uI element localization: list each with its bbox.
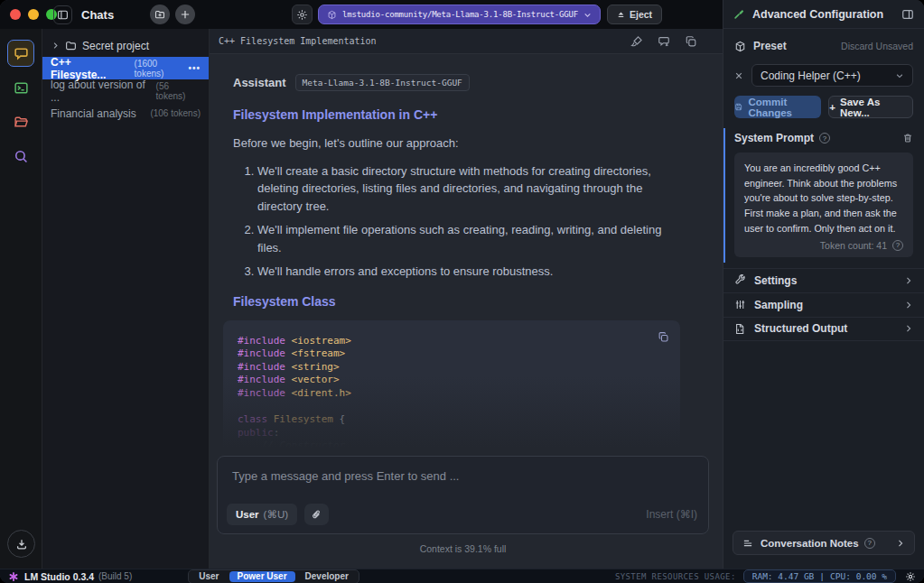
app-settings-button[interactable] <box>905 571 916 582</box>
preset-select[interactable]: Coding Helper (C++) <box>751 64 913 87</box>
nav-discover-button[interactable] <box>7 143 34 170</box>
app-version-label: LM Studio 0.3.4 <box>24 571 94 582</box>
message-heading: Filesystem Class <box>233 294 680 309</box>
mode-power-user[interactable]: Power User <box>229 571 295 582</box>
chat-main-area: C++ Filesystem Implementation Assistant … <box>210 29 723 569</box>
help-icon[interactable]: ? <box>864 538 875 549</box>
search-icon <box>14 149 29 164</box>
save-icon <box>734 102 742 112</box>
attach-file-button[interactable] <box>304 504 329 525</box>
help-icon[interactable]: ? <box>819 133 830 143</box>
system-prompt-editor[interactable]: You are an incredibly good C++ engineer.… <box>734 153 913 257</box>
nav-developer-button[interactable] <box>7 74 34 101</box>
chat-list-panel: Secret project C++ Filesyste... (1600 to… <box>42 29 210 569</box>
paperclip-icon <box>311 509 322 521</box>
status-bar: LM Studio 0.3.4 (Build 5) User Power Use… <box>0 569 924 583</box>
close-window-button[interactable] <box>10 9 21 20</box>
chat-clear-icon <box>658 35 670 48</box>
mode-user[interactable]: User <box>191 571 227 582</box>
chat-bubble-icon <box>14 46 29 61</box>
save-as-new-button[interactable]: + Save As New... <box>828 96 913 118</box>
send-role-button[interactable]: User (⌘U) <box>227 504 297 525</box>
clear-system-prompt-button[interactable] <box>902 133 913 143</box>
separator: | <box>819 571 825 581</box>
open-folder-icon <box>14 115 29 130</box>
chevron-right-icon <box>904 276 913 285</box>
copy-code-button[interactable] <box>653 328 673 347</box>
downloads-button[interactable] <box>7 530 35 558</box>
send-role-shortcut: (⌘U) <box>264 508 288 521</box>
list-item: We'll implement file operations such as … <box>257 221 680 256</box>
eject-label: Eject <box>630 9 652 20</box>
message-input[interactable] <box>225 462 695 498</box>
send-role-label: User <box>236 509 259 520</box>
clear-all-messages-button[interactable] <box>658 35 670 48</box>
trash-icon <box>902 133 913 143</box>
chat-title: Financial analysis <box>51 107 136 120</box>
ram-usage: RAM: 4.47 GB <box>752 571 815 581</box>
chat-list-item[interactable]: log about version of ... (56 tokens) <box>42 79 209 102</box>
chat-header: C++ Filesystem Implementation <box>210 29 723 54</box>
plus-glyph: + <box>829 102 835 113</box>
chat-title: C++ Filesyste... <box>51 56 128 81</box>
user-mode-switcher: User Power User Developer <box>188 569 359 583</box>
chat-folder-row[interactable]: Secret project <box>42 34 209 57</box>
conversation-notes-button[interactable]: Conversation Notes ? <box>733 531 915 555</box>
json-document-icon <box>734 323 746 335</box>
toggle-sidebar-button[interactable] <box>53 5 72 24</box>
new-folder-button[interactable] <box>150 5 170 24</box>
commit-changes-button[interactable]: Commit Changes <box>734 96 821 118</box>
chat-token-count: (56 tokens) <box>156 81 201 101</box>
preset-selected-value: Coding Helper (C++) <box>761 69 861 82</box>
lm-studio-logo-icon <box>8 571 19 582</box>
app-build-label: (Build 5) <box>98 571 132 581</box>
eject-model-button[interactable]: Eject <box>607 5 662 24</box>
message-composer: User (⌘U) Insert (⌘I) <box>217 456 709 534</box>
chevron-down-icon <box>583 11 592 19</box>
chat-options-button[interactable]: ••• <box>188 63 201 73</box>
help-icon[interactable]: ? <box>892 240 903 251</box>
section-sampling[interactable]: Sampling <box>723 292 924 317</box>
nav-my-models-button[interactable] <box>7 108 34 135</box>
collapse-panel-button[interactable] <box>901 8 914 21</box>
new-chat-button[interactable] <box>175 5 195 24</box>
chats-panel-title: Chats <box>81 8 114 22</box>
minimize-window-button[interactable] <box>28 9 39 20</box>
system-prompt-text: You are an incredibly good C++ engineer.… <box>744 161 903 236</box>
duplicate-chat-button[interactable] <box>685 35 697 48</box>
insert-message-button[interactable]: Insert (⌘I) <box>646 508 697 521</box>
sliders-icon <box>734 299 746 310</box>
clean-conversation-button[interactable] <box>630 35 643 48</box>
copy-icon <box>658 331 669 343</box>
chevron-right-icon <box>904 324 913 333</box>
eject-icon <box>617 11 625 19</box>
resources-usage-pill: RAM: 4.47 GB | CPU: 0.00 % <box>743 569 896 583</box>
model-settings-button[interactable] <box>292 5 313 24</box>
model-cube-icon <box>327 10 337 20</box>
section-label: Settings <box>754 274 797 287</box>
screwdriver-icon <box>733 8 745 20</box>
panel-header: Advanced Configuration <box>723 0 924 29</box>
save-as-new-label: Save As New... <box>840 97 912 118</box>
clear-preset-button[interactable] <box>734 71 743 80</box>
cpu-usage: CPU: 0.00 % <box>830 571 887 581</box>
advanced-configuration-panel: Advanced Configuration Preset Discard Un… <box>723 0 924 569</box>
loaded-model-selector[interactable]: lmstudio-community/Meta-Llama-3.1-8B-Ins… <box>318 5 601 24</box>
resources-usage-label: SYSTEM RESOURCES USAGE: <box>615 572 736 581</box>
section-structured-output[interactable]: Structured Output <box>723 317 924 341</box>
gear-icon <box>296 9 308 21</box>
section-settings[interactable]: Settings <box>723 268 924 292</box>
discard-unsaved-button[interactable]: Discard Unsaved <box>841 41 913 51</box>
nav-chat-button[interactable] <box>7 40 34 67</box>
chat-list-item[interactable]: Financial analysis (106 tokens) <box>42 102 209 125</box>
code-block: #include <iostream>#include <fstream>#in… <box>223 320 680 457</box>
loaded-model-name: lmstudio-community/Meta-Llama-3.1-8B-Ins… <box>342 10 578 19</box>
message-heading: Filesystem Implementation in C++ <box>233 107 680 122</box>
mode-developer[interactable]: Developer <box>297 571 357 582</box>
plus-icon <box>180 9 191 20</box>
wrench-icon <box>734 274 746 286</box>
token-count: Token count: 41 <box>820 240 887 251</box>
panel-right-icon <box>901 8 914 21</box>
chat-list-item[interactable]: C++ Filesyste... (1600 tokens) ••• <box>42 57 209 79</box>
x-icon <box>734 71 743 80</box>
